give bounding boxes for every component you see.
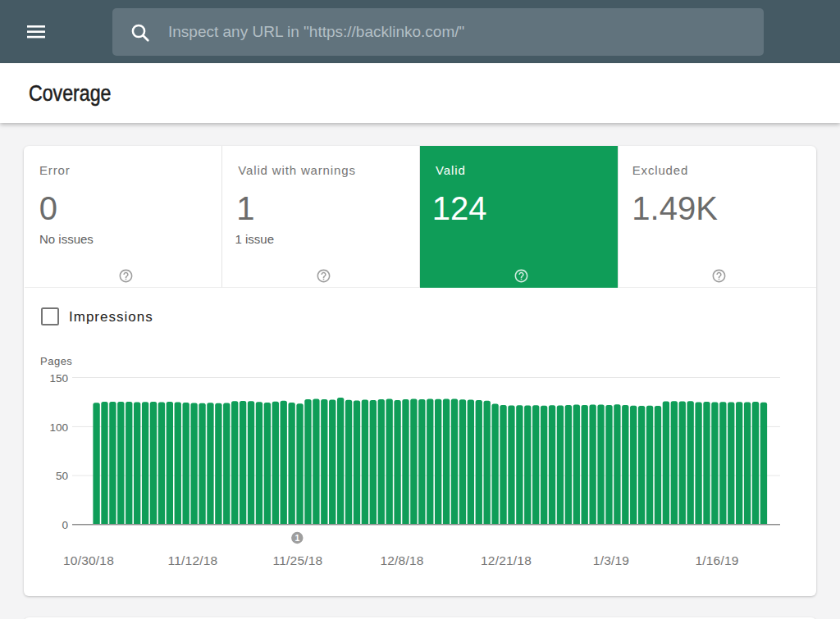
svg-text:1: 1 <box>294 533 299 543</box>
